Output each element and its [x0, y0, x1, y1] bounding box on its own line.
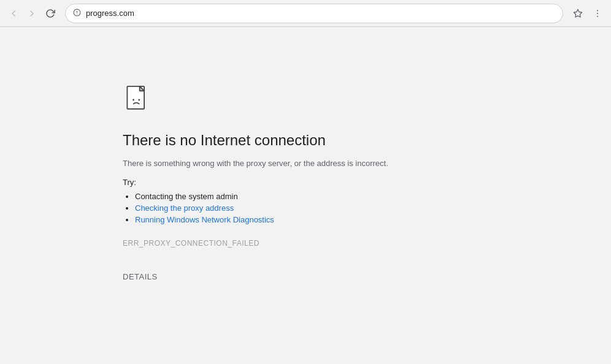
error-code: ERR_PROXY_CONNECTION_FAILED [123, 239, 259, 248]
svg-marker-3 [574, 9, 582, 17]
error-title: There is no Internet connection [123, 132, 326, 149]
security-icon [73, 9, 81, 18]
toolbar-right [569, 5, 606, 22]
menu-button[interactable] [589, 5, 606, 22]
reload-button[interactable] [42, 5, 59, 22]
browser-chrome [0, 0, 611, 27]
address-bar[interactable] [65, 4, 563, 23]
try-label: Try: [123, 178, 136, 187]
svg-point-6 [597, 15, 598, 17]
list-item: Running Windows Network Diagnostics [135, 215, 274, 224]
url-input[interactable] [86, 9, 555, 18]
bookmark-button[interactable] [569, 5, 586, 22]
svg-point-4 [597, 10, 598, 11]
list-item: Contacting the system admin [135, 192, 274, 201]
back-button[interactable] [5, 5, 22, 22]
details-button[interactable]: DETAILS [123, 272, 158, 281]
error-page: There is no Internet connection There is… [0, 27, 611, 364]
nav-buttons [5, 5, 59, 22]
error-icon [123, 85, 152, 117]
suggestions-list: Contacting the system admin Checking the… [123, 192, 274, 227]
svg-point-9 [138, 99, 140, 101]
run-diagnostics-link[interactable]: Running Windows Network Diagnostics [135, 215, 274, 224]
suggestion-text-1: Contacting the system admin [135, 192, 238, 201]
forward-button[interactable] [23, 5, 40, 22]
svg-point-5 [597, 13, 598, 14]
svg-point-8 [133, 99, 134, 101]
list-item: Checking the proxy address [135, 203, 274, 213]
error-subtitle: There is something wrong with the proxy … [123, 159, 388, 168]
check-proxy-link[interactable]: Checking the proxy address [135, 203, 234, 213]
